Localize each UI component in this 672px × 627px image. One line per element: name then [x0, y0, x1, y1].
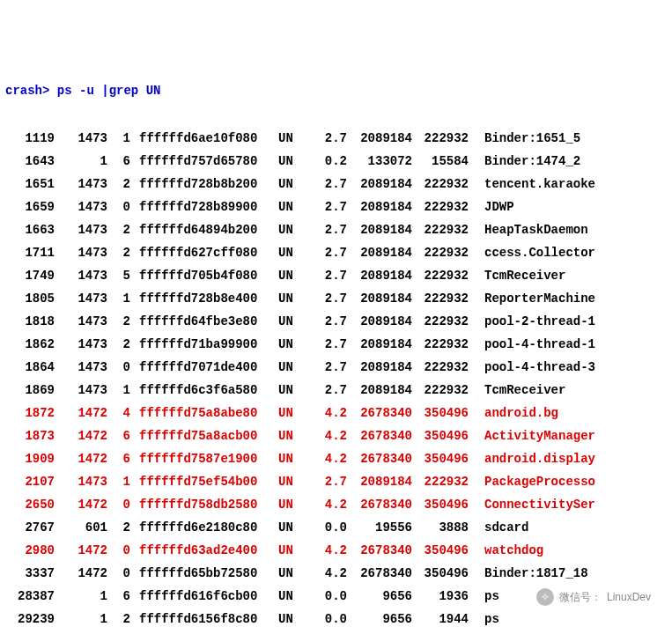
- addr-cell: ffffffd7071de400: [130, 361, 278, 373]
- ppid-cell: 1473: [55, 338, 107, 350]
- rss-cell: 222932: [412, 178, 469, 190]
- vsz-cell: 2678340: [347, 544, 412, 557]
- addr-cell: ffffffd728b89900: [130, 201, 278, 213]
- pid-cell: 2980: [5, 544, 55, 557]
- vsz-cell: 2089184: [347, 384, 412, 396]
- cmd-cell: Binder:1651_5: [469, 132, 580, 144]
- addr-cell: ffffffd728b8b200: [130, 178, 278, 190]
- pid-cell: 1872: [5, 407, 55, 419]
- state-cell: UN: [278, 453, 308, 465]
- addr-cell: ffffffd71ba99900: [130, 338, 278, 350]
- vsz-cell: 2089184: [347, 201, 412, 213]
- pid-cell: 1119: [5, 132, 55, 144]
- ppid-cell: 1472: [55, 430, 107, 442]
- pid-cell: 1862: [5, 338, 55, 350]
- pct-cell: 2.7: [308, 361, 347, 373]
- state-cell: UN: [278, 178, 308, 190]
- ppid-cell: 1473: [55, 201, 107, 213]
- pct-cell: 2.7: [308, 384, 347, 396]
- addr-cell: ffffffd7587e1900: [130, 453, 278, 465]
- addr-cell: ffffffd627cff080: [130, 247, 278, 259]
- pid-cell: 2650: [5, 498, 55, 511]
- vsz-cell: 2089184: [347, 224, 412, 236]
- ppid-cell: 1473: [55, 224, 107, 236]
- rss-cell: 222932: [412, 132, 469, 144]
- pct-cell: 2.7: [308, 476, 347, 488]
- cpu-cell: 6: [107, 155, 130, 167]
- cmd-cell: ActivityManager: [469, 430, 595, 442]
- pid-cell: 2767: [5, 521, 55, 534]
- process-row: 27676012ffffffd6e2180c80UN0.0195563888sd…: [5, 516, 667, 539]
- addr-cell: ffffffd75a8abe80: [130, 407, 278, 419]
- process-row: 165114732ffffffd728b8b200UN2.72089184222…: [5, 173, 667, 195]
- cpu-cell: 2: [107, 224, 130, 236]
- ppid-cell: 1473: [55, 361, 107, 373]
- cpu-cell: 1: [107, 132, 130, 144]
- ppid-cell: 1472: [55, 407, 107, 419]
- state-cell: UN: [278, 430, 308, 442]
- pct-cell: 2.7: [308, 178, 347, 190]
- vsz-cell: 2678340: [347, 453, 412, 465]
- vsz-cell: 2089184: [347, 269, 412, 282]
- cmd-cell: android.display: [469, 453, 595, 465]
- cmd-cell: ps: [469, 590, 499, 602]
- addr-cell: ffffffd6e2180c80: [130, 521, 278, 534]
- pid-cell: 1659: [5, 201, 55, 213]
- rss-cell: 1944: [412, 613, 469, 625]
- vsz-cell: 2089184: [347, 292, 412, 305]
- cpu-cell: 1: [107, 292, 130, 305]
- rss-cell: 222932: [412, 201, 469, 213]
- pct-cell: 4.2: [308, 430, 347, 442]
- process-list: 111914731ffffffd6ae10f080UN2.72089184222…: [5, 127, 667, 627]
- addr-cell: ffffffd728b8e400: [130, 292, 278, 305]
- cpu-cell: 4: [107, 407, 130, 419]
- cpu-cell: 0: [107, 201, 130, 213]
- cpu-cell: 0: [107, 544, 130, 557]
- cmd-cell: ConnectivitySer: [469, 498, 595, 511]
- vsz-cell: 2089184: [347, 132, 412, 144]
- pid-cell: 29239: [5, 613, 55, 625]
- rss-cell: 350496: [412, 430, 469, 442]
- cpu-cell: 2: [107, 247, 130, 259]
- process-row: 186414730ffffffd7071de400UN2.72089184222…: [5, 356, 667, 379]
- addr-cell: ffffffd75ef54b00: [130, 476, 278, 488]
- ppid-cell: 1473: [55, 384, 107, 396]
- pct-cell: 2.7: [308, 269, 347, 282]
- state-cell: UN: [278, 201, 308, 213]
- pct-cell: 0.0: [308, 613, 347, 625]
- ppid-cell: 1473: [55, 178, 107, 190]
- pid-cell: 1805: [5, 292, 55, 305]
- rss-cell: 222932: [412, 361, 469, 373]
- cpu-cell: 6: [107, 453, 130, 465]
- cpu-cell: 2: [107, 315, 130, 328]
- vsz-cell: 2678340: [347, 567, 412, 579]
- pct-cell: 4.2: [308, 498, 347, 511]
- state-cell: UN: [278, 315, 308, 328]
- ppid-cell: 1473: [55, 292, 107, 305]
- pid-cell: 1909: [5, 453, 55, 465]
- ppid-cell: 1: [55, 590, 107, 602]
- pid-cell: 1711: [5, 247, 55, 259]
- pid-cell: 1873: [5, 430, 55, 442]
- addr-cell: ffffffd6c3f6a580: [130, 384, 278, 396]
- state-cell: UN: [278, 132, 308, 144]
- pct-cell: 2.7: [308, 224, 347, 236]
- rss-cell: 222932: [412, 269, 469, 282]
- state-cell: UN: [278, 544, 308, 557]
- pid-cell: 1663: [5, 224, 55, 236]
- rss-cell: 222932: [412, 315, 469, 328]
- vsz-cell: 2089184: [347, 247, 412, 259]
- ppid-cell: 1473: [55, 247, 107, 259]
- rss-cell: 222932: [412, 338, 469, 350]
- state-cell: UN: [278, 613, 308, 625]
- watermark: ✧ 微信号：LinuxDev: [536, 588, 651, 606]
- pct-cell: 4.2: [308, 407, 347, 419]
- pct-cell: 2.7: [308, 201, 347, 213]
- process-row: 210714731ffffffd75ef54b00UN2.72089184222…: [5, 470, 667, 493]
- cpu-cell: 1: [107, 476, 130, 488]
- entered-command: ps -u |grep UN: [49, 84, 160, 98]
- state-cell: UN: [278, 407, 308, 419]
- state-cell: UN: [278, 224, 308, 236]
- rss-cell: 350496: [412, 498, 469, 511]
- pct-cell: 4.2: [308, 453, 347, 465]
